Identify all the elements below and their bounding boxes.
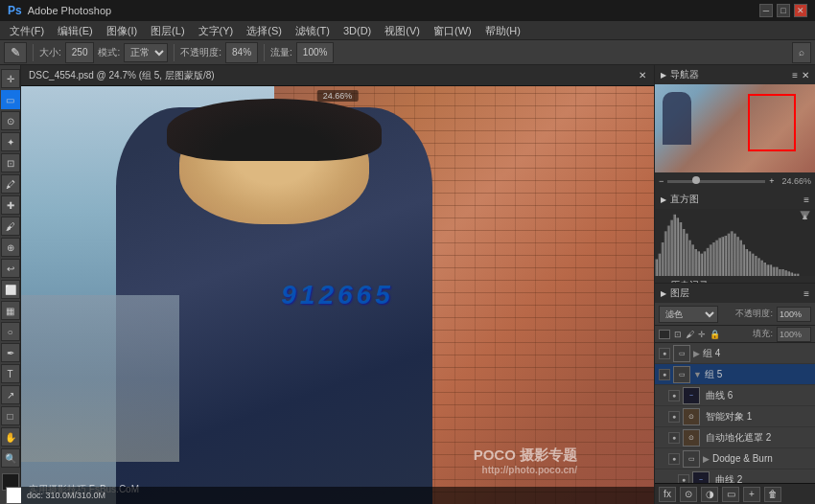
tool-options-btn[interactable]: ✎ xyxy=(4,42,27,63)
histogram-options-btn[interactable]: ≡ xyxy=(803,195,809,205)
maximize-button[interactable]: □ xyxy=(777,4,790,17)
search-btn[interactable]: ⌕ xyxy=(792,42,811,63)
layers-toolbar: 滤色 正常 正片叠底 叠加 不透明度: 100% xyxy=(655,303,815,326)
layer-item[interactable]: ●▭▶组 4 xyxy=(655,343,815,364)
nav-zoom-thumb[interactable] xyxy=(692,176,700,184)
histogram-panel: ▶ 直方图 ≡ xyxy=(655,190,815,276)
brush-tool[interactable]: 🖌 xyxy=(1,217,20,236)
opacity-value[interactable]: 84% xyxy=(225,42,258,63)
brush-size-value[interactable]: 250 xyxy=(65,42,95,63)
navigator-close-btn[interactable]: ✕ xyxy=(802,70,809,80)
move-tool[interactable]: ✛ xyxy=(1,69,20,88)
path-select-tool[interactable]: ↗ xyxy=(1,385,20,404)
histogram-title: 直方图 xyxy=(670,193,803,206)
menu-layer[interactable]: 图层(L) xyxy=(145,21,190,40)
layer-visibility-toggle[interactable]: ● xyxy=(659,369,670,380)
add-mask-btn[interactable]: ⊙ xyxy=(680,487,697,502)
nav-zoom-plus[interactable]: + xyxy=(769,176,774,186)
menu-3d[interactable]: 3D(D) xyxy=(338,21,377,40)
blend-mode-select[interactable]: 正常 xyxy=(124,43,168,62)
add-layer-btn[interactable]: + xyxy=(743,487,760,502)
menu-file[interactable]: 文件(F) xyxy=(4,21,50,40)
svg-rect-2 xyxy=(661,242,664,276)
layer-item[interactable]: ●▭▼组 5 xyxy=(655,364,815,385)
delete-layer-btn[interactable]: 🗑 xyxy=(764,487,781,502)
minimize-button[interactable]: ─ xyxy=(759,4,773,17)
layer-item[interactable]: ●~曲线 2 xyxy=(655,470,815,483)
layer-group-arrow[interactable]: ▼ xyxy=(693,370,702,379)
hand-tool[interactable]: ✋ xyxy=(1,427,20,447)
nav-viewport-box[interactable] xyxy=(748,94,796,151)
menu-window[interactable]: 窗口(W) xyxy=(428,21,477,40)
layer-visibility-toggle[interactable]: ● xyxy=(668,390,680,401)
layer-visibility-toggle[interactable]: ● xyxy=(678,474,689,484)
canvas-image[interactable]: 912665 POCO 摄影专题 http://photo.poco.cn/ 实… xyxy=(21,86,654,504)
street xyxy=(21,295,179,462)
menu-image[interactable]: 图像(I) xyxy=(101,21,143,40)
menu-view[interactable]: 视图(V) xyxy=(379,21,426,40)
svg-rect-35 xyxy=(760,261,763,276)
tools-panel: ✛ ▭ ⊙ ✦ ⊡ 🖍 ✚ 🖌 ⊕ ↩ ⬜ ▦ ○ ✒ T ↗ □ ✋ 🔍 xyxy=(0,65,21,504)
layer-name: 曲线 6 xyxy=(706,389,811,402)
svg-rect-41 xyxy=(778,269,780,276)
nav-zoom-slider[interactable] xyxy=(667,180,765,183)
menu-edit[interactable]: 编辑(E) xyxy=(52,21,99,40)
close-button[interactable]: ✕ xyxy=(794,4,807,17)
navigator-options-btn[interactable]: ≡ xyxy=(792,70,798,80)
layer-group-arrow[interactable]: ▶ xyxy=(703,454,710,464)
layer-blend-mode-select[interactable]: 滤色 正常 正片叠底 叠加 xyxy=(659,306,718,323)
zoom-tool[interactable]: 🔍 xyxy=(1,448,20,468)
menu-text[interactable]: 文字(Y) xyxy=(193,21,240,40)
heal-tool[interactable]: ✚ xyxy=(1,195,20,215)
add-adjustment-btn[interactable]: ◑ xyxy=(701,487,718,502)
canvas-close-btn[interactable]: ✕ xyxy=(639,70,646,80)
gradient-tool[interactable]: ▦ xyxy=(1,301,20,320)
menu-help[interactable]: 帮助(H) xyxy=(479,21,526,40)
layer-opacity-input[interactable]: 100% xyxy=(777,307,811,322)
layer-visibility-toggle[interactable]: ● xyxy=(668,432,680,444)
pen-tool[interactable]: ✒ xyxy=(1,343,20,362)
layer-item[interactable]: ●⊙自动地化遮罩 2 xyxy=(655,427,815,448)
dodge-tool[interactable]: ○ xyxy=(1,322,20,341)
layers-title: 图层 xyxy=(670,286,803,300)
layer-group-arrow[interactable]: ▶ xyxy=(693,349,700,358)
eraser-tool[interactable]: ⬜ xyxy=(1,280,20,299)
menu-filter[interactable]: 滤镜(T) xyxy=(290,21,336,40)
layer-lock-all-icon: 🔒 xyxy=(710,330,720,339)
eyedropper-tool[interactable]: 🖍 xyxy=(1,174,20,194)
layer-lock-brush-icon: 🖌 xyxy=(686,330,694,339)
svg-rect-29 xyxy=(742,244,745,276)
layer-item[interactable]: ●⊙智能对象 1 xyxy=(655,406,815,427)
history-brush-tool[interactable]: ↩ xyxy=(1,259,20,278)
text-tool[interactable]: T xyxy=(1,364,20,383)
add-group-btn[interactable]: ▭ xyxy=(722,487,739,502)
layer-fill-input[interactable]: 100% xyxy=(777,327,811,342)
layers-fill-row: ⊡ 🖌 ✛ 🔒 填充: 100% xyxy=(655,326,815,343)
layer-item[interactable]: ●▭▶Dodge & Burn xyxy=(655,448,815,470)
svg-rect-45 xyxy=(790,273,793,277)
menu-select[interactable]: 选择(S) xyxy=(241,21,288,40)
canvas-tab[interactable]: DSC_4554.psd @ 24.7% (组 5, 层图蒙版/8) ✕ xyxy=(21,65,654,86)
layers-options-btn[interactable]: ≡ xyxy=(803,288,809,299)
lasso-tool[interactable]: ⊙ xyxy=(1,111,20,130)
layer-name: 自动地化遮罩 2 xyxy=(706,431,811,445)
layer-item[interactable]: ●~曲线 6 xyxy=(655,385,815,406)
navigator-thumbnail[interactable]: − + 24.66% xyxy=(655,84,815,190)
histogram-label: ▲ xyxy=(801,212,809,221)
flow-value[interactable]: 100% xyxy=(296,42,335,63)
nav-zoom-minus[interactable]: − xyxy=(659,176,664,186)
marquee-tool[interactable]: ▭ xyxy=(1,90,20,109)
magic-wand-tool[interactable]: ✦ xyxy=(1,132,20,151)
layers-panel: ▶ 图层 ≡ 滤色 正常 正片叠底 叠加 不透明度: 100% ⊡ xyxy=(655,284,815,504)
layer-visibility-toggle[interactable]: ● xyxy=(668,411,680,423)
svg-rect-17 xyxy=(706,248,709,276)
svg-rect-38 xyxy=(769,264,772,276)
layer-visibility-toggle[interactable]: ● xyxy=(668,453,680,465)
clone-tool[interactable]: ⊕ xyxy=(1,238,20,257)
canvas-area: DSC_4554.psd @ 24.7% (组 5, 层图蒙版/8) ✕ xyxy=(21,65,654,504)
shape-tool[interactable]: □ xyxy=(1,406,20,425)
add-style-btn[interactable]: fx xyxy=(659,487,676,502)
crop-tool[interactable]: ⊡ xyxy=(1,153,20,172)
layer-visibility-toggle[interactable]: ● xyxy=(659,348,670,359)
canvas-doc-info: doc: 310.0M/310.0M xyxy=(27,491,105,500)
